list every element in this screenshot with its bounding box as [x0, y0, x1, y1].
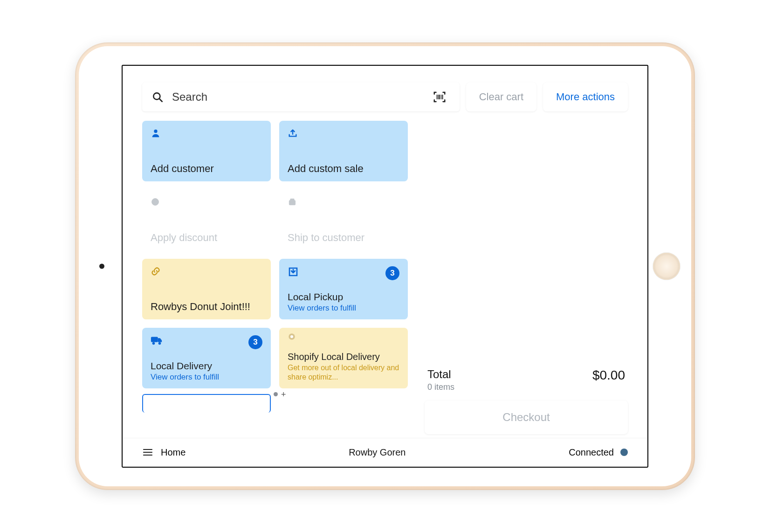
pickup-icon: [288, 266, 299, 277]
tile-title: Local Pickup: [288, 291, 399, 303]
tile-title: Add customer: [151, 163, 262, 175]
svg-point-6: [154, 129, 157, 132]
truck-icon: [151, 335, 163, 345]
tile-local-delivery[interactable]: 3 Local Delivery View orders to fulfill: [142, 328, 271, 388]
connection-status: Connected: [569, 447, 628, 458]
svg-rect-2: [436, 95, 437, 99]
nav-home-label: Home: [161, 447, 186, 458]
total-amount: $0.00: [592, 368, 625, 383]
svg-rect-4: [440, 95, 441, 99]
tile-area: Add customer Add custom sale: [142, 121, 408, 438]
tile-title: Ship to customer: [288, 232, 399, 244]
tablet-bezel: Clear cart More actions Add customer: [75, 42, 695, 490]
connection-label: Connected: [569, 447, 614, 458]
tile-title: Rowbys Donut Joint!!!: [151, 301, 262, 313]
app-screen: Clear cart More actions Add customer: [122, 65, 648, 468]
total-items: 0 items: [427, 382, 454, 392]
tile-add-customer[interactable]: Add customer: [142, 121, 271, 181]
checkout-button[interactable]: Checkout: [425, 401, 628, 434]
barcode-scan-icon[interactable]: [429, 86, 450, 108]
svg-rect-9: [290, 199, 294, 200]
camera-dot: [99, 263, 104, 269]
svg-rect-10: [151, 337, 158, 342]
tile-title: Shopify Local Delivery: [288, 352, 399, 362]
tile-subtitle: View orders to fulfill: [288, 304, 399, 313]
home-button[interactable]: [653, 253, 680, 280]
svg-point-14: [290, 335, 293, 338]
nav-home[interactable]: Home: [142, 447, 186, 458]
search-bar[interactable]: [142, 83, 460, 111]
status-dot-icon: [620, 449, 628, 456]
tile-title: Add custom sale: [288, 163, 399, 175]
clear-cart-button[interactable]: Clear cart: [466, 83, 536, 111]
tile-subtitle: Get more out of local delivery and share…: [288, 363, 399, 382]
svg-rect-5: [442, 95, 443, 99]
tile-shopify-local-delivery[interactable]: Shopify Local Delivery Get more out of l…: [279, 328, 408, 388]
count-badge: 3: [248, 335, 262, 349]
app-icon: [288, 332, 296, 341]
search-input[interactable]: [172, 90, 420, 104]
drag-handle-icon[interactable]: [274, 392, 278, 396]
discount-icon: [151, 197, 160, 207]
search-icon: [151, 91, 164, 103]
checkout-pane: Total 0 items $0.00 Checkout: [425, 121, 628, 438]
svg-rect-3: [438, 95, 440, 99]
tile-title: Local Delivery: [151, 360, 262, 372]
more-actions-button[interactable]: More actions: [543, 83, 628, 111]
totals-row: Total 0 items $0.00: [425, 362, 628, 401]
tile-drop-outline[interactable]: [142, 394, 271, 413]
toolbar: Clear cart More actions: [123, 66, 647, 120]
tile-add-custom-sale[interactable]: Add custom sale: [279, 121, 408, 181]
plus-icon[interactable]: +: [281, 390, 286, 400]
svg-point-11: [152, 342, 155, 345]
main-area: Add customer Add custom sale: [123, 120, 647, 438]
svg-point-12: [158, 342, 161, 345]
tile-grid: Add customer Add custom sale: [142, 121, 408, 388]
tile-local-pickup[interactable]: 3 Local Pickup View orders to fulfill: [279, 259, 408, 319]
tile-edit-area: +: [142, 391, 408, 410]
footer: Home Rowby Goren Connected: [123, 438, 647, 467]
tile-store-link[interactable]: Rowbys Donut Joint!!!: [142, 259, 271, 319]
tile-apply-discount: Apply discount: [142, 190, 271, 250]
person-icon: [151, 128, 161, 138]
tile-title: Apply discount: [151, 232, 262, 244]
total-label: Total: [427, 368, 454, 381]
svg-line-1: [159, 98, 162, 101]
count-badge: 3: [385, 266, 399, 280]
link-icon: [151, 266, 161, 276]
upload-icon: [288, 128, 298, 138]
current-user[interactable]: Rowby Goren: [349, 447, 406, 458]
menu-icon: [142, 447, 153, 458]
tile-ship-to-customer: Ship to customer: [279, 190, 408, 250]
svg-rect-8: [289, 200, 295, 205]
tile-subtitle: View orders to fulfill: [151, 373, 262, 382]
shipping-icon: [288, 197, 297, 207]
